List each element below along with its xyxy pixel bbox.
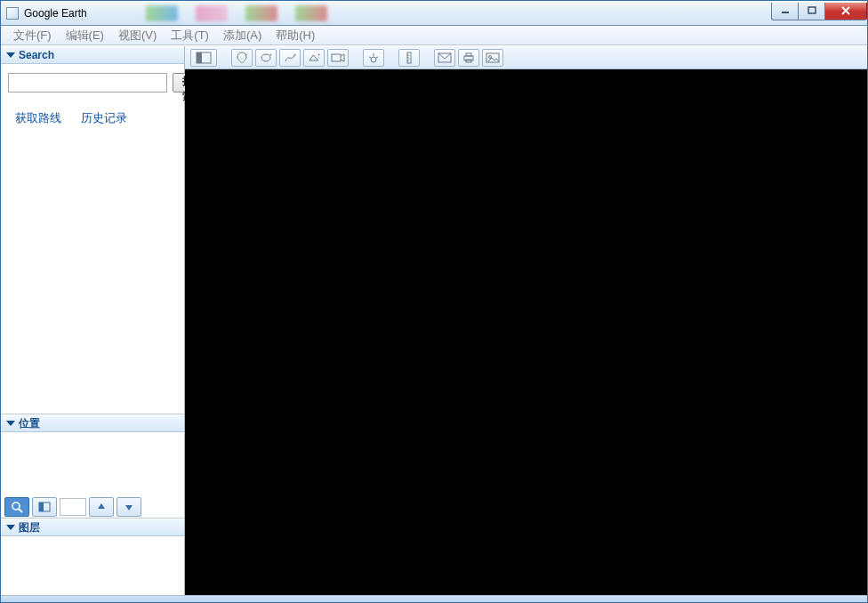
- menu-add[interactable]: 添加(A): [216, 25, 269, 46]
- placemark-icon: +: [236, 52, 248, 64]
- image-overlay-icon: +: [308, 52, 320, 64]
- save-image-icon: [486, 52, 500, 63]
- add-placemark-button[interactable]: +: [231, 49, 253, 67]
- email-button[interactable]: [434, 49, 455, 67]
- get-directions-link[interactable]: 获取路线: [15, 110, 61, 126]
- arrow-up-icon: [96, 502, 107, 512]
- record-tour-button[interactable]: [327, 49, 349, 67]
- svg-point-2: [12, 502, 20, 510]
- polygon-icon: +: [260, 52, 272, 64]
- svg-rect-5: [39, 502, 44, 511]
- places-tools: [1, 496, 184, 518]
- print-button[interactable]: [458, 49, 479, 67]
- places-body: [1, 432, 184, 496]
- search-input[interactable]: [8, 73, 167, 92]
- svg-rect-4: [39, 502, 50, 511]
- maximize-button[interactable]: [798, 3, 824, 20]
- magnifier-icon: [11, 501, 23, 513]
- sidebar-toggle-button[interactable]: [190, 49, 217, 67]
- earth-viewport[interactable]: [185, 69, 867, 595]
- svg-point-27: [489, 55, 492, 58]
- path-icon: +: [284, 52, 296, 64]
- layers-panel-header[interactable]: 图层: [1, 519, 184, 536]
- svg-point-14: [371, 57, 376, 62]
- sun-icon: [367, 52, 380, 64]
- arrow-down-icon: [124, 502, 134, 512]
- layers-body: [1, 536, 184, 595]
- window-controls: [771, 3, 867, 20]
- add-path-button[interactable]: +: [279, 49, 301, 67]
- sidebar-toggle-icon: [196, 52, 212, 64]
- panel-icon: [38, 501, 51, 513]
- window-border-bottom: [1, 595, 867, 602]
- svg-text:+: +: [269, 52, 272, 57]
- search-panel: Search 搜索 获取路线 历史记录: [1, 46, 184, 414]
- sunlight-button[interactable]: [363, 49, 384, 67]
- add-image-overlay-button[interactable]: +: [303, 49, 325, 67]
- titlebar: Google Earth: [1, 1, 867, 26]
- svg-text:+: +: [317, 52, 320, 57]
- content-area: Search 搜索 获取路线 历史记录 位置: [1, 45, 867, 595]
- collapse-icon: [6, 52, 15, 58]
- minimize-button[interactable]: [771, 3, 798, 20]
- svg-rect-1: [808, 7, 816, 13]
- history-link[interactable]: 历史记录: [81, 110, 127, 126]
- layers-panel-title: 图层: [19, 520, 40, 535]
- search-panel-title: Search: [19, 49, 54, 61]
- search-links: 获取路线 历史记录: [15, 110, 170, 126]
- main-area: + + + +: [185, 46, 867, 595]
- record-tour-icon: [331, 52, 345, 64]
- email-icon: [438, 52, 452, 63]
- svg-rect-24: [466, 53, 471, 56]
- maximize-icon: [808, 6, 816, 15]
- close-icon: [840, 6, 851, 15]
- menu-view[interactable]: 视图(V): [111, 25, 164, 46]
- search-body: 搜索 获取路线 历史记录: [1, 64, 184, 128]
- sidebar: Search 搜索 获取路线 历史记录 位置: [1, 46, 185, 595]
- opacity-slider[interactable]: [60, 498, 86, 516]
- svg-text:+: +: [293, 52, 296, 57]
- places-panel-toggle-button[interactable]: [32, 497, 57, 517]
- collapse-icon: [6, 421, 15, 426]
- svg-text:+: +: [245, 52, 248, 57]
- menu-help[interactable]: 帮助(H): [269, 25, 322, 46]
- titlebar-left: Google Earth: [6, 5, 327, 21]
- svg-line-3: [19, 509, 22, 512]
- svg-rect-7: [197, 52, 202, 63]
- places-panel: 位置: [1, 414, 184, 519]
- move-up-button[interactable]: [89, 497, 114, 517]
- svg-line-16: [369, 57, 371, 58]
- places-panel-title: 位置: [19, 416, 40, 431]
- svg-rect-0: [782, 12, 789, 13]
- search-row: 搜索: [8, 73, 177, 92]
- app-window: Google Earth 文件(F) 编辑(E) 视图(V) 工具(T): [0, 0, 868, 603]
- menu-file[interactable]: 文件(F): [6, 25, 59, 46]
- aero-peek-blur: [146, 5, 327, 21]
- move-down-button[interactable]: [117, 497, 141, 517]
- ruler-button[interactable]: [398, 49, 420, 67]
- save-image-button[interactable]: [482, 49, 503, 67]
- menubar: 文件(F) 编辑(E) 视图(V) 工具(T) 添加(A) 帮助(H): [1, 26, 867, 45]
- places-panel-header[interactable]: 位置: [1, 414, 184, 432]
- layers-panel: 图层: [1, 519, 184, 595]
- menu-edit[interactable]: 编辑(E): [59, 25, 111, 46]
- minimize-icon: [781, 6, 790, 15]
- svg-rect-13: [332, 54, 341, 61]
- print-icon: [462, 52, 475, 64]
- app-icon: [6, 7, 19, 20]
- places-search-button[interactable]: [4, 497, 29, 517]
- search-panel-header[interactable]: Search: [1, 46, 184, 64]
- ruler-icon: [404, 52, 414, 64]
- collapse-icon: [6, 525, 15, 530]
- close-button[interactable]: [824, 3, 867, 20]
- add-polygon-button[interactable]: +: [255, 49, 277, 67]
- svg-line-17: [376, 57, 378, 58]
- window-title: Google Earth: [24, 7, 87, 20]
- menu-tools[interactable]: 工具(T): [164, 25, 216, 46]
- main-toolbar: + + + +: [185, 46, 867, 69]
